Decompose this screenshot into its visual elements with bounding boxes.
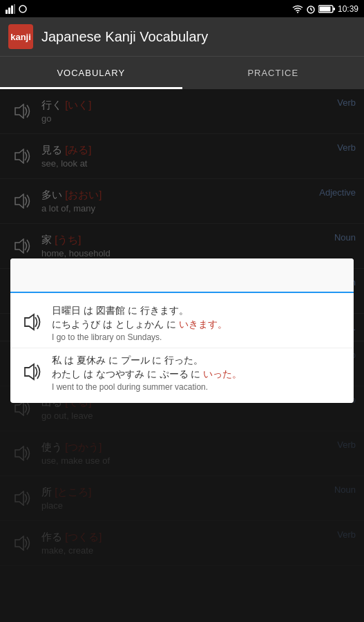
- example-item-2[interactable]: 私 は 夏休み に プール に 行った。 わたし は なつやすみ に ぷーる に…: [10, 348, 354, 397]
- svg-point-4: [19, 6, 26, 12]
- example-speaker-2[interactable]: [21, 363, 44, 384]
- svg-rect-2: [11, 6, 13, 14]
- status-bar: 10:39: [0, 0, 364, 17]
- battery-icon: [318, 5, 335, 13]
- time-display: 10:39: [338, 4, 358, 14]
- svg-rect-11: [333, 8, 335, 10]
- example-text-1: 日曜日 は 図書館 に 行きます。 にちようび は としょかん に いきます。 …: [52, 304, 343, 342]
- wifi-icon: [292, 5, 303, 13]
- content-area: 行く [いく] go Verb 見る [みる] see, look at Ver…: [0, 89, 364, 622]
- example-jp1-line2: にちようび は としょかん に いきます。: [52, 318, 343, 332]
- alarm-icon: [306, 4, 316, 14]
- svg-marker-18: [25, 314, 34, 330]
- phone-icon: [18, 4, 28, 14]
- svg-point-5: [297, 12, 298, 13]
- signal-icon: [6, 4, 15, 14]
- svg-rect-3: [14, 4, 15, 14]
- app-bar: kanji Japanese Kanji Vocabulary: [0, 17, 364, 56]
- example-text-2: 私 は 夏休み に プール に 行った。 わたし は なつやすみ に ぷーる に…: [52, 354, 343, 392]
- example-speaker-icon-2: [21, 363, 44, 381]
- status-right-icons: 10:39: [292, 4, 358, 14]
- tabs-bar: VOCABULARY PRACTICE: [0, 56, 364, 89]
- svg-line-8: [311, 10, 312, 10]
- svg-marker-19: [25, 364, 34, 379]
- svg-rect-0: [6, 10, 8, 14]
- status-left-icons: [6, 4, 28, 14]
- app-title: Japanese Kanji Vocabulary: [41, 29, 208, 45]
- example-item-1[interactable]: 日曜日 は 図書館 に 行きます。 にちようび は としょかん に いきます。 …: [10, 299, 354, 348]
- modal-search-input[interactable]: [10, 258, 354, 293]
- example-en2: I went to the pool during summer vacatio…: [52, 382, 343, 392]
- app-logo: kanji: [8, 24, 33, 49]
- example-modal: 日曜日 は 図書館 に 行きます。 にちようび は としょかん に いきます。 …: [10, 258, 354, 403]
- example-speaker-1[interactable]: [21, 313, 44, 334]
- svg-rect-1: [8, 8, 10, 14]
- example-jp2-line2: わたし は なつやすみ に ぷーる に いった。: [52, 368, 343, 381]
- app-logo-text: kanji: [10, 32, 31, 42]
- example-jp1-line1: 日曜日 は 図書館 に 行きます。: [52, 304, 343, 318]
- example-speaker-icon-1: [21, 313, 44, 331]
- tab-practice[interactable]: PRACTICE: [182, 57, 365, 89]
- svg-rect-10: [319, 6, 330, 11]
- example-en1: I go to the library on Sundays.: [52, 332, 343, 342]
- modal-examples: 日曜日 は 図書館 に 行きます。 にちようび は としょかん に いきます。 …: [10, 293, 354, 403]
- tab-vocabulary[interactable]: VOCABULARY: [0, 57, 182, 89]
- example-jp2-line1: 私 は 夏休み に プール に 行った。: [52, 354, 343, 368]
